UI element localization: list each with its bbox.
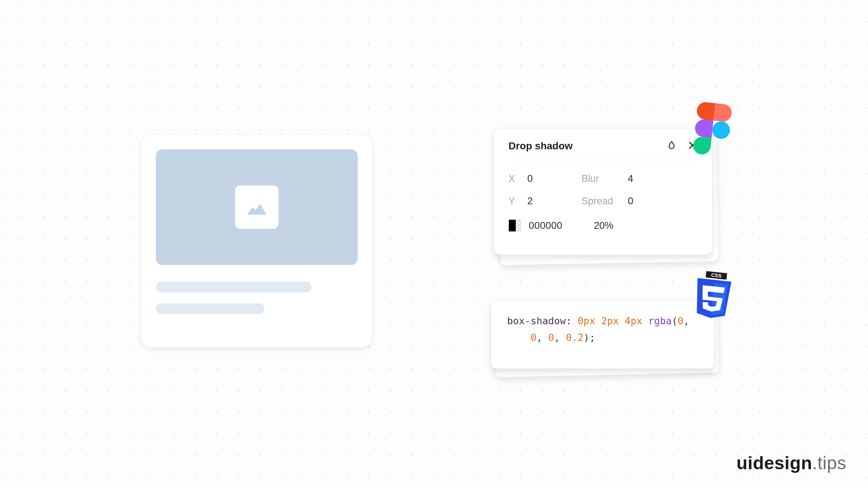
figma-logo-icon bbox=[692, 101, 733, 157]
example-image-placeholder bbox=[156, 149, 358, 265]
x-input[interactable]: 0 bbox=[527, 173, 582, 184]
figma-effect-panel-front: Drop shadow X 0 Blur 4 Y 2 Spread 0 bbox=[494, 128, 712, 255]
example-card bbox=[141, 134, 373, 348]
site-brand: uidesign.tips bbox=[736, 453, 846, 474]
code-value: 0 bbox=[531, 332, 536, 343]
css3-logo-icon: CSS bbox=[691, 270, 735, 321]
spread-label: Spread bbox=[582, 196, 628, 207]
code-value: 0 bbox=[548, 332, 554, 343]
code-paren: ( bbox=[672, 315, 677, 326]
css-snippet-card: box-shadow: 0px 2px 4px rgba(0, 0, 0, 0.… bbox=[491, 300, 714, 369]
placeholder-text-line bbox=[156, 303, 264, 314]
y-input[interactable]: 2 bbox=[527, 196, 582, 207]
code-value: 0px bbox=[578, 315, 595, 326]
svg-text:CSS: CSS bbox=[711, 272, 722, 279]
color-swatch[interactable] bbox=[509, 219, 521, 232]
brand-name: uidesign bbox=[736, 453, 812, 473]
spread-input[interactable]: 0 bbox=[628, 196, 682, 207]
code-function: rgba bbox=[648, 315, 672, 326]
blur-label: Blur bbox=[582, 173, 628, 184]
placeholder-text-line bbox=[156, 282, 311, 292]
color-hex-input[interactable]: 000000 bbox=[529, 220, 594, 231]
code-property: box-shadow: bbox=[507, 315, 578, 326]
code-paren: ); bbox=[583, 332, 595, 343]
code-value: 0.2 bbox=[566, 332, 584, 343]
y-label: Y bbox=[509, 196, 527, 207]
panel-title: Drop shadow bbox=[509, 140, 573, 152]
svg-point-0 bbox=[711, 120, 731, 140]
figma-effect-panel: Drop shadow X 0 Blur 4 Y 2 Spread 0 bbox=[494, 128, 712, 255]
blur-input[interactable]: 4 bbox=[628, 173, 682, 184]
opacity-input[interactable]: 20% bbox=[594, 220, 613, 231]
brand-suffix: .tips bbox=[812, 453, 846, 473]
code-value: 0 bbox=[678, 315, 684, 326]
css-code: box-shadow: 0px 2px 4px rgba(0, 0, 0, 0.… bbox=[491, 300, 714, 369]
code-value: 2px bbox=[601, 315, 619, 326]
blend-mode-icon[interactable] bbox=[667, 140, 677, 152]
code-value: 4px bbox=[625, 315, 642, 326]
x-label: X bbox=[509, 173, 527, 184]
image-icon bbox=[235, 185, 278, 229]
